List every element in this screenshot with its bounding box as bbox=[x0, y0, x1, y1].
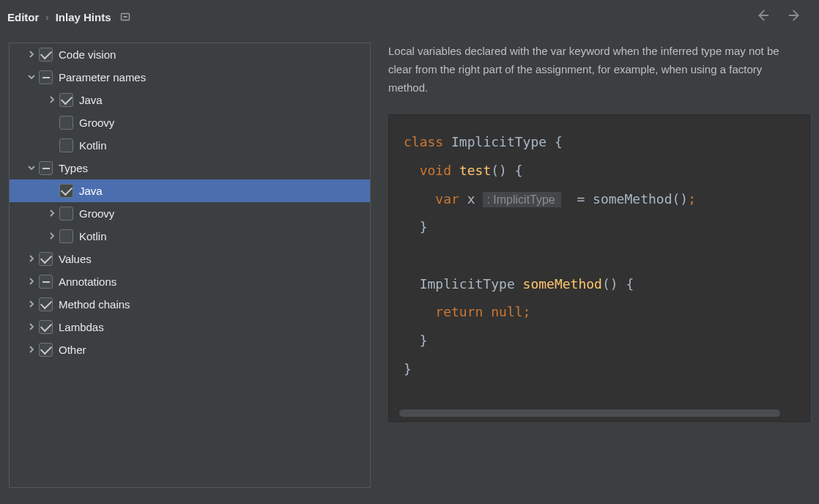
tree-row[interactable]: Method chains bbox=[10, 293, 370, 316]
nav-back-button[interactable] bbox=[752, 6, 774, 28]
checkbox[interactable] bbox=[39, 320, 53, 334]
checkbox[interactable] bbox=[59, 116, 73, 130]
tree-item-label: Values bbox=[59, 253, 92, 265]
checkbox[interactable] bbox=[59, 93, 73, 107]
tree-item-label: Method chains bbox=[59, 298, 130, 311]
code-token: { bbox=[555, 134, 563, 149]
tree-row[interactable]: Code vision bbox=[10, 43, 370, 66]
code-token: test bbox=[459, 163, 491, 178]
checkbox[interactable] bbox=[39, 48, 53, 62]
tree-item-label: Other bbox=[59, 344, 86, 356]
code-token bbox=[404, 191, 435, 207]
tree-item-label: Groovy bbox=[79, 116, 114, 129]
checkbox[interactable] bbox=[39, 275, 53, 289]
code-token: ImplicitType bbox=[404, 276, 523, 292]
chevron-right-icon[interactable] bbox=[45, 209, 59, 219]
tree-item-label: Kotlin bbox=[79, 139, 107, 152]
checkbox[interactable] bbox=[39, 252, 53, 266]
code-token: } bbox=[404, 219, 428, 234]
tree-row[interactable]: Annotations bbox=[10, 270, 370, 293]
chevron-right-icon[interactable] bbox=[45, 95, 59, 105]
chevron-down-icon[interactable] bbox=[24, 163, 39, 174]
code-preview: class ImplicitType { void test() { var x… bbox=[388, 114, 810, 422]
setting-description: Local variables declared with the var ke… bbox=[388, 42, 810, 97]
code-token: ; bbox=[523, 304, 531, 319]
code-token: x bbox=[467, 191, 483, 207]
tree-item-label: Code vision bbox=[59, 48, 116, 61]
chevron-right-icon[interactable] bbox=[45, 231, 59, 242]
code-token bbox=[404, 248, 412, 263]
tree-row[interactable]: Values bbox=[10, 248, 370, 270]
code-token bbox=[404, 163, 420, 178]
code-token: ImplicitType bbox=[451, 134, 555, 149]
detail-panel: Local variables declared with the var ke… bbox=[388, 42, 810, 488]
breadcrumb-separator: › bbox=[45, 12, 48, 23]
settings-badge-icon bbox=[120, 12, 130, 22]
checkbox[interactable] bbox=[39, 161, 53, 175]
code-token: ; bbox=[688, 191, 696, 207]
code-token: } bbox=[404, 333, 428, 348]
checkbox[interactable] bbox=[39, 70, 53, 84]
svg-rect-1 bbox=[123, 16, 127, 18]
tree-item-label: Lambdas bbox=[59, 321, 104, 333]
nav-forward-button[interactable] bbox=[784, 6, 806, 28]
tree-row[interactable]: Lambdas bbox=[10, 316, 370, 338]
tree-item-label: Java bbox=[79, 185, 103, 197]
code-token: void bbox=[420, 163, 459, 178]
tree-row[interactable]: Java bbox=[10, 179, 370, 202]
chevron-right-icon[interactable] bbox=[24, 50, 39, 60]
tree-item-label: Java bbox=[79, 94, 103, 106]
checkbox[interactable] bbox=[59, 184, 73, 198]
horizontal-scrollbar[interactable] bbox=[399, 410, 780, 417]
code-token: = someMethod() bbox=[561, 191, 688, 207]
code-token: return null bbox=[435, 304, 522, 319]
tree-row[interactable]: Other bbox=[10, 338, 370, 361]
code-token: var bbox=[435, 191, 467, 207]
tree-row[interactable]: Parameter names bbox=[10, 66, 370, 89]
breadcrumb-parent[interactable]: Editor bbox=[7, 11, 39, 23]
chevron-right-icon[interactable] bbox=[24, 254, 39, 264]
checkbox[interactable] bbox=[59, 207, 73, 220]
tree-row[interactable]: Groovy bbox=[10, 202, 370, 225]
chevron-right-icon[interactable] bbox=[24, 300, 39, 310]
code-token: () { bbox=[491, 163, 522, 178]
inlay-hint: : ImplicitType bbox=[483, 192, 560, 207]
code-token: class bbox=[404, 134, 451, 149]
checkbox[interactable] bbox=[39, 297, 53, 311]
code-token: } bbox=[404, 361, 412, 377]
tree-row[interactable]: Kotlin bbox=[10, 134, 370, 157]
breadcrumb: Editor › Inlay Hints bbox=[0, 0, 819, 34]
tree-item-label: Parameter names bbox=[59, 71, 146, 84]
tree-row[interactable]: Java bbox=[10, 89, 370, 111]
tree-row[interactable]: Kotlin bbox=[10, 225, 370, 248]
settings-tree[interactable]: Code visionParameter namesJavaGroovyKotl… bbox=[9, 42, 371, 488]
code-token: someMethod bbox=[523, 276, 602, 292]
tree-row[interactable]: Groovy bbox=[10, 111, 370, 134]
checkbox[interactable] bbox=[39, 343, 53, 357]
tree-item-label: Annotations bbox=[59, 275, 116, 288]
chevron-right-icon[interactable] bbox=[24, 322, 39, 333]
tree-item-label: Types bbox=[59, 162, 88, 174]
checkbox[interactable] bbox=[59, 138, 73, 152]
checkbox[interactable] bbox=[59, 229, 73, 243]
code-token: () { bbox=[602, 276, 634, 292]
code-preview-text: class ImplicitType { void test() { var x… bbox=[404, 128, 795, 383]
tree-item-label: Groovy bbox=[79, 207, 114, 220]
chevron-right-icon[interactable] bbox=[24, 277, 39, 287]
chevron-down-icon[interactable] bbox=[24, 73, 39, 83]
breadcrumb-current: Inlay Hints bbox=[56, 11, 111, 23]
tree-item-label: Kotlin bbox=[79, 230, 107, 242]
tree-row[interactable]: Types bbox=[10, 157, 370, 179]
code-token bbox=[404, 304, 435, 319]
chevron-right-icon[interactable] bbox=[24, 345, 39, 355]
